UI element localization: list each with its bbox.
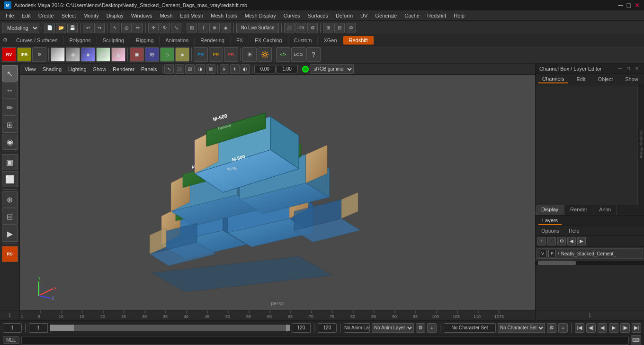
render-tab[interactable]: Render [564,205,593,215]
layer-scrollbar-thumb[interactable] [538,261,576,265]
menu-display[interactable]: Display [103,12,127,19]
layer-arrow-left[interactable]: ◀ [567,237,576,245]
fps-input[interactable] [318,323,337,333]
vp-shaded-btn[interactable]: ◑ [196,64,205,74]
vp-menu-shading[interactable]: Shading [40,65,64,73]
shelf-icon-material1[interactable]: ◇ [51,47,65,62]
shelf-icon-settings[interactable]: ⚙ [32,47,46,62]
paint-select-button[interactable]: ✏ [2,100,18,116]
vp-menu-lighting[interactable]: Lighting [65,65,89,73]
play-fwd-btn[interactable]: ▶ [609,323,618,333]
vp-menu-panels[interactable]: Panels [138,65,160,73]
layers-options-tab[interactable]: Options [537,227,563,235]
menu-curves[interactable]: Curves [280,12,304,19]
anim-layer-input[interactable] [344,323,370,333]
shelf-icon-script1[interactable]: </> [276,47,290,62]
shelf-icon-material3[interactable]: ● [81,47,95,62]
frame-range-slider[interactable] [50,325,290,331]
menu-modify[interactable]: Modify [80,12,102,19]
right-panel-float[interactable]: □ [625,65,632,72]
3d-scene[interactable]: M-500 M-500 [20,75,535,310]
mel-command-input[interactable] [21,336,629,345]
display-settings-button[interactable]: ⊞ [323,23,333,33]
anim-layer-dropdown[interactable]: No Anim Layer [372,323,414,333]
render-settings-button[interactable]: ⚙ [307,23,318,33]
new-file-button[interactable]: 📄 [45,23,55,33]
char-set-settings-btn[interactable]: ⚙ [547,323,556,333]
render-view-button[interactable]: 🎥 [284,23,295,33]
display-tab[interactable]: Display [536,205,564,215]
shelf-icon-pr3[interactable]: PR [224,47,238,62]
anim-add-btn[interactable]: + [427,323,437,333]
vp-menu-show[interactable]: Show [90,65,109,73]
menu-mesh[interactable]: Mesh [156,12,176,19]
vp-shadows-btn[interactable]: ◐ [241,64,250,74]
shelf-icon-texture1[interactable]: ■ [130,47,144,62]
menu-edit-mesh[interactable]: Edit Mesh [176,12,207,19]
shelf-icon-pr1[interactable]: PR [194,47,208,62]
menu-help[interactable]: Help [450,12,468,19]
shelf-icon-texture2[interactable]: ≋ [145,47,159,62]
mode-tab-fx[interactable]: FX [231,36,249,45]
scale-tool[interactable]: ⤡ [171,23,181,33]
vp-menu-renderer[interactable]: Renderer [110,65,137,73]
mode-tab-curves-surfaces[interactable]: Curves / Surfaces [10,36,63,45]
go-to-end-btn[interactable]: ▶| [632,323,641,333]
range-start-input[interactable] [29,323,48,333]
save-file-button[interactable]: 💾 [67,23,78,33]
render-button[interactable]: ⊟ [2,209,18,225]
select-tool[interactable]: ↖ [110,23,120,33]
menu-file[interactable]: File [2,12,18,19]
channel-box-channels-tab[interactable]: Channels [538,75,568,83]
menu-redshift[interactable]: Redshift [423,12,450,19]
menu-uv[interactable]: UV [357,12,371,19]
menu-select[interactable]: Select [58,12,80,19]
shelf-icon-material4[interactable]: ◉ [96,47,110,62]
channel-box-edit-tab[interactable]: Edit [572,75,589,83]
snap-grid-button[interactable]: ⊞ [187,23,197,33]
maximize-button[interactable]: □ [627,1,631,9]
shelf-icon-help[interactable]: ? [306,47,321,62]
right-panel-close[interactable]: ✕ [634,65,640,72]
vp-menu-view[interactable]: View [22,65,39,73]
no-live-surface-button[interactable]: No Live Surface [236,23,279,33]
shelf-icon-material5[interactable]: ▲ [111,47,125,62]
layer-delete-button[interactable]: − [547,237,556,245]
shelf-icon-texture3[interactable]: ○ [160,47,174,62]
open-file-button[interactable]: 📂 [56,23,66,33]
shelf-icon-material2[interactable]: ◈ [66,47,80,62]
layers-tab[interactable]: Layers [538,217,562,225]
step-back-btn[interactable]: ◀| [586,323,596,333]
mode-tab-xgen[interactable]: XGen [318,36,343,45]
vp-select-btn[interactable]: ↖ [164,64,174,74]
shelf-icon-rv[interactable]: RV [2,47,16,62]
vp-color-management-icon[interactable] [302,66,309,73]
menu-windows[interactable]: Windows [127,12,156,19]
layer-arrow-right[interactable]: ▶ [577,237,586,245]
anim-settings-btn[interactable]: ⚙ [416,323,425,333]
lasso-select-button[interactable]: ⊞ [2,117,18,133]
redo-button[interactable]: ↪ [94,23,105,33]
object-mode-button[interactable]: ▣ [2,154,18,170]
mode-tab-fx-caching[interactable]: FX Caching [249,36,288,45]
mode-tab-animation[interactable]: Animation [160,36,195,45]
shelf-icon-ipr[interactable]: IPR [17,47,31,62]
mode-tab-redshift[interactable]: Redshift [343,36,374,45]
vp-x-coord[interactable] [254,65,276,73]
frame-range-thumb[interactable] [50,325,74,331]
menu-cache[interactable]: Cache [401,12,423,19]
anim-tab[interactable]: Anim [593,205,617,215]
ui-layout-button[interactable]: ⊟ [334,23,345,33]
attribute-editor-label[interactable]: Attribute Editor [637,84,644,205]
layer-add-button[interactable]: + [537,237,546,245]
vp-textured-btn[interactable]: ⊠ [206,64,215,74]
layer-playback-box[interactable]: P [548,250,556,257]
script-editor-button[interactable]: ⌨ [631,335,641,345]
snap-point-button[interactable]: ⊕ [209,23,220,33]
layer-row[interactable]: V P / Neatly_Stacked_Cement_ [537,248,643,259]
channel-box-object-tab[interactable]: Object [594,75,617,83]
rotate-tool[interactable]: ↻ [160,23,170,33]
mode-tab-polygons[interactable]: Polygons [63,36,97,45]
shelf-icon-light1[interactable]: ☀ [242,47,257,62]
play-back-btn[interactable]: ◀ [598,323,607,333]
